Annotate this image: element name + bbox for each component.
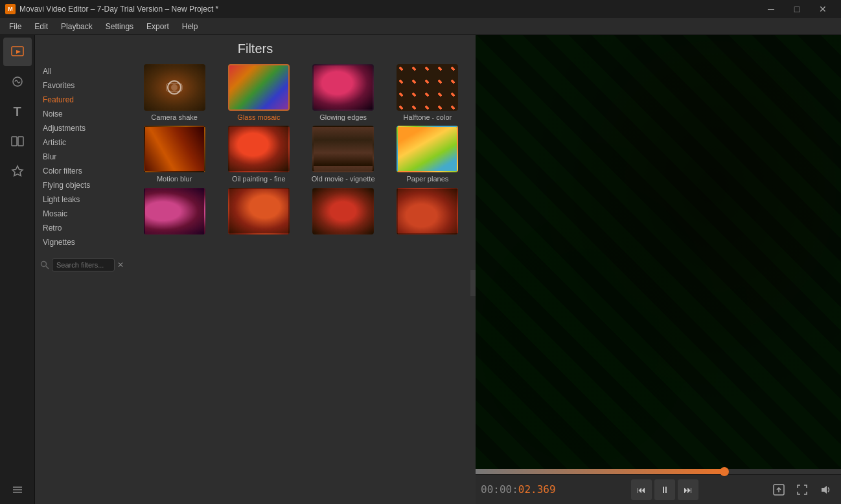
preview-progress-handle[interactable] (720, 467, 729, 476)
filter-thumb-motion-blur (144, 126, 205, 172)
filter-motion-blur[interactable]: Motion blur (134, 126, 214, 183)
search-input[interactable] (52, 258, 115, 271)
filter-thumb-glass-mosaic (228, 64, 290, 111)
filter-oil-painting[interactable]: Oil painting - fine (218, 126, 299, 183)
filter-label-halftone-color: Halftone - color (404, 113, 452, 122)
svg-marker-5 (12, 166, 23, 176)
filter-label-camera-shake: Camera shake (151, 113, 198, 122)
menu-export[interactable]: Export (140, 20, 176, 33)
filter-thumb-camera-shake (144, 64, 205, 111)
timecode-dynamic: 02.369 (518, 483, 556, 496)
svg-point-12 (171, 84, 178, 91)
filter-old-movie[interactable]: Old movie - vignette (303, 126, 384, 183)
filter-glass-mosaic[interactable]: Glass mosaic (218, 64, 299, 122)
filter-thumb-old-movie (312, 126, 374, 172)
sidebar-btn-transitions[interactable] (3, 127, 32, 155)
menu-settings[interactable]: Settings (99, 20, 140, 33)
sidebar-btn-titles[interactable]: T (3, 97, 32, 126)
maximize-button[interactable]: □ (784, 0, 810, 18)
titlebar-left: M Movavi Video Editor – 7-Day Trial Vers… (5, 4, 218, 14)
sidebar-btn-more[interactable] (3, 475, 32, 504)
filter-label-old-movie: Old movie - vignette (312, 174, 375, 183)
filter-thumb-paper-planes (397, 126, 458, 172)
main-area: T Filters All Favorites Featured Noise A… (0, 35, 841, 504)
filter-search: ✕ (35, 255, 129, 275)
skip-forward-button[interactable]: ⏭ (678, 479, 698, 500)
menu-file[interactable]: File (3, 20, 28, 33)
preview-video (476, 35, 841, 469)
menu-help[interactable]: Help (176, 20, 205, 33)
cat-featured[interactable]: Featured (35, 93, 129, 107)
cat-all[interactable]: All (35, 64, 129, 78)
filter-grid-area: Camera shake Glass mosaic Glowing edges (129, 62, 476, 504)
filter-row3-1[interactable] (218, 188, 299, 236)
svg-point-9 (41, 262, 47, 267)
filter-label-glass-mosaic: Glass mosaic (237, 113, 280, 122)
filters-title: Filters (35, 35, 476, 62)
export-preview-button[interactable] (768, 479, 789, 500)
minimize-button[interactable]: ─ (758, 0, 784, 18)
timecode: 00:00:02.369 (481, 483, 556, 496)
filter-row3-3[interactable] (387, 188, 468, 236)
filter-thumb-row3-1 (228, 188, 290, 235)
preview-image (476, 35, 841, 469)
filter-label-motion-blur: Motion blur (157, 174, 192, 183)
filter-thumb-oil-painting (228, 126, 290, 172)
app-icon: M (5, 4, 16, 14)
filter-grid: Camera shake Glass mosaic Glowing edges (132, 62, 470, 239)
filter-thumb-row3-0 (144, 188, 205, 235)
svg-rect-4 (18, 137, 23, 146)
svg-line-10 (46, 266, 49, 269)
filter-label-oil-painting: Oil painting - fine (232, 174, 286, 183)
filter-row3-2[interactable] (303, 188, 384, 236)
filter-content: All Favorites Featured Noise Adjustments… (35, 62, 476, 504)
cat-artistic[interactable]: Artistic (35, 135, 129, 150)
cat-adjustments[interactable]: Adjustments (35, 121, 129, 135)
search-icon (40, 260, 49, 269)
search-clear-button[interactable]: ✕ (117, 260, 124, 269)
filter-label-glowing-edges: Glowing edges (319, 113, 367, 122)
pause-button[interactable]: ⏸ (654, 479, 675, 500)
cat-color-filters[interactable]: Color filters (35, 164, 129, 178)
filter-label-paper-planes: Paper planes (406, 174, 448, 183)
filter-glowing-edges[interactable]: Glowing edges (303, 64, 384, 122)
filter-thumb-glowing-edges (312, 64, 374, 111)
collapse-panel-button[interactable]: ‹ (470, 270, 476, 296)
svg-rect-3 (12, 137, 17, 146)
cat-retro[interactable]: Retro (35, 221, 129, 235)
skip-back-button[interactable]: ⏮ (631, 479, 652, 500)
filter-row3-0[interactable] (134, 188, 214, 236)
filter-camera-shake[interactable]: Camera shake (134, 64, 214, 122)
cat-favorites[interactable]: Favorites (35, 78, 129, 93)
cat-light-leaks[interactable]: Light leaks (35, 192, 129, 207)
fullscreen-button[interactable] (792, 479, 812, 500)
cat-noise[interactable]: Noise (35, 107, 129, 121)
preview-progress-bar[interactable] (476, 469, 841, 474)
cat-flying-objects[interactable]: Flying objects (35, 178, 129, 192)
svg-marker-1 (16, 50, 21, 54)
cat-vignettes[interactable]: Vignettes (35, 235, 129, 249)
filter-paper-planes[interactable]: Paper planes (387, 126, 468, 183)
sidebar: T (0, 35, 35, 504)
cat-mosaic[interactable]: Mosaic (35, 207, 129, 221)
window-title: Movavi Video Editor – 7-Day Trial Versio… (19, 5, 218, 14)
filter-thumb-row3-3 (397, 188, 458, 235)
svg-marker-16 (822, 486, 827, 494)
window-controls[interactable]: ─ □ ✕ (758, 0, 836, 18)
sidebar-btn-favorites[interactable] (3, 157, 32, 185)
preview-progress-fill (476, 469, 724, 474)
menu-playback[interactable]: Playback (54, 20, 99, 33)
menu-edit[interactable]: Edit (28, 20, 54, 33)
menubar: File Edit Playback Settings Export Help (0, 18, 841, 35)
filter-panel: Filters All Favorites Featured Noise Adj… (35, 35, 476, 504)
filter-thumb-row3-2 (312, 188, 374, 235)
preview-panel: 00:00:02.369 ⏮ ⏸ ⏭ (476, 35, 841, 504)
sidebar-btn-media[interactable] (3, 38, 32, 66)
filter-thumb-halftone-color (397, 64, 458, 111)
titlebar: M Movavi Video Editor – 7-Day Trial Vers… (0, 0, 841, 18)
volume-button[interactable] (815, 479, 836, 500)
sidebar-btn-effects[interactable] (3, 67, 32, 96)
close-button[interactable]: ✕ (810, 0, 836, 18)
filter-halftone-color[interactable]: Halftone - color (387, 64, 468, 122)
cat-blur[interactable]: Blur (35, 150, 129, 164)
